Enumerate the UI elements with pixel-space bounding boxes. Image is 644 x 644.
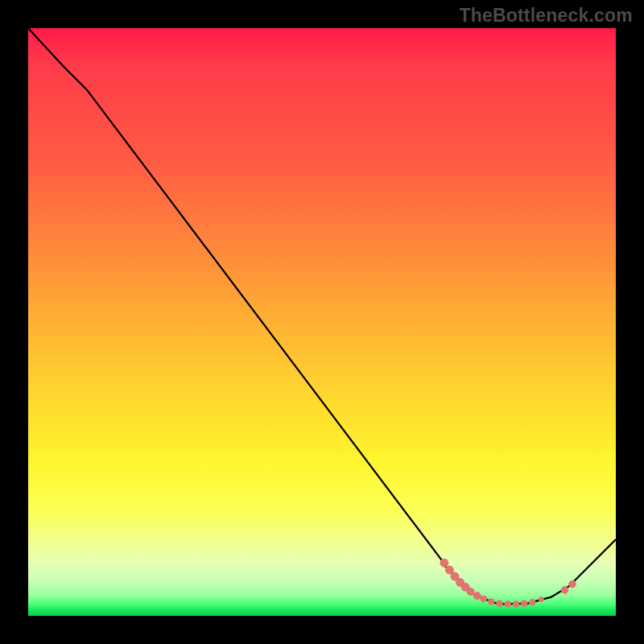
marker-dot bbox=[488, 599, 494, 605]
marker-dot bbox=[569, 580, 576, 588]
marker-dot bbox=[473, 592, 481, 600]
marker-dot bbox=[513, 601, 519, 608]
marker-dot bbox=[481, 596, 487, 602]
marker-dot bbox=[539, 597, 543, 602]
marker-dot bbox=[521, 601, 527, 607]
chart-svg bbox=[28, 28, 616, 616]
marker-dot bbox=[530, 599, 536, 605]
marker-dot bbox=[505, 601, 511, 608]
marker-dot bbox=[467, 588, 474, 596]
optimal-range-markers bbox=[440, 559, 576, 607]
bottleneck-curve bbox=[28, 28, 616, 604]
marker-dot bbox=[497, 601, 503, 607]
marker-dot bbox=[440, 559, 448, 567]
watermark-text: TheBottleneck.com bbox=[459, 5, 633, 27]
marker-dot bbox=[561, 587, 568, 594]
plot-area bbox=[28, 28, 616, 616]
chart-stage: TheBottleneck.com bbox=[0, 0, 644, 644]
